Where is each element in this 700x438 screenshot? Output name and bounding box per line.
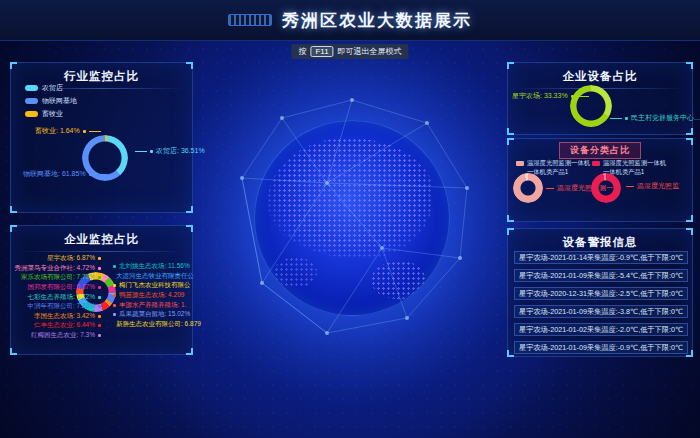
- pie-label: 星宇农场: 6.87%: [13, 254, 101, 264]
- alarm-item: 星宇农场-2021-01-09采集温度:-0.9℃,低于下限:0℃: [514, 341, 688, 354]
- alarm-item: 星宇农场-2021-01-02采集温度:-2.0℃,低于下限:0℃: [514, 323, 688, 336]
- pie-label: 新塍生态农业有限公司: 6.879: [113, 320, 193, 330]
- panel-device-alarms: 设备警报信息 星宇农场-2021-01-14采集温度:-0.9℃,低于下限:0℃…: [507, 228, 693, 357]
- alarm-item: 星宇农场-2020-12-31采集温度:-2.5℃,低于下限:0℃: [514, 287, 688, 300]
- tip-prefix: 按: [298, 46, 306, 57]
- legend-item[interactable]: 农贸店: [25, 83, 77, 93]
- panel-device-classify-ratio: 设备分类占比 温湿度光照监测一体机 一体机类产品1 温湿度光照监测一 温湿度光照…: [507, 138, 693, 222]
- classify-chart-group: 温湿度光照监测一体机 一体机类产品1 温湿度光照监: [586, 139, 679, 223]
- panel-title: 企业设备占比: [508, 63, 692, 84]
- pie-label: 家乐农场有限公司: 7.72%: [13, 273, 101, 283]
- pie-label: 红梅园生态农业: 7.3%: [13, 331, 101, 341]
- chart-callout: 民主村党群服务中心...: [610, 113, 700, 123]
- legend-item[interactable]: 温湿度光照监测一体机: [592, 159, 666, 168]
- fullscreen-tip: 按 F11 即可退出全屏模式: [291, 44, 408, 59]
- pie-label: 丰源水产养殖养殖场: 1.: [113, 300, 193, 310]
- chart-callout: 温湿度光照监: [626, 181, 679, 191]
- legend-swatch: [25, 111, 38, 117]
- alarm-item: 星宇农场-2021-01-14采集温度:-0.9℃,低于下限:0℃: [514, 251, 688, 264]
- alarm-item: 星宇农场-2021-01-09采集温度:-5.4℃,低于下限:0℃: [514, 269, 688, 282]
- divider: [19, 251, 184, 252]
- chart-callout: 畜牧业: 1.64%: [35, 126, 101, 136]
- legend-item[interactable]: 温湿度光照监测一体机: [516, 159, 590, 168]
- chart-callout: 农贸店: 36.51%: [135, 146, 205, 156]
- header: 秀洲区农业大数据展示: [0, 0, 700, 41]
- classify-donut-left[interactable]: [513, 173, 543, 203]
- legend-item[interactable]: 物联网基地: [25, 96, 77, 106]
- industry-legend: 农贸店 物联网基地 畜牧业: [25, 83, 77, 119]
- legend-label: 畜牧业: [42, 109, 63, 119]
- alarm-item: 星宇农场-2021-01-09采集温度:-3.8℃,低于下限:0℃: [514, 305, 688, 318]
- pie-label: 仁丰生态农业: 6.44%: [13, 321, 101, 331]
- pie-label: 大运河生态牧业有限责任公: [113, 272, 193, 282]
- dashboard: 秀洲区农业大数据展示 按 F11 即可退出全屏模式 行业监控占比 农贸店 物联网…: [0, 0, 700, 438]
- page-title: 秀洲区农业大数据展示: [282, 9, 472, 32]
- panel-title: 设备警报信息: [508, 229, 692, 250]
- pie-label: 七彩生态养殖场: 1.72%: [13, 292, 101, 302]
- panel-enterprise-device-ratio: 企业设备占比 星宇农场: 33.33% 民主村党群服务中心...: [507, 62, 693, 135]
- f11-key: F11: [310, 46, 333, 57]
- globe-mesh: [222, 88, 482, 348]
- panel-industry-ratio: 行业监控占比 农贸店 物联网基地 畜牧业 畜牧业: 1.64%: [10, 62, 193, 213]
- pie-label: 李国生态农场: 3.42%: [13, 312, 101, 322]
- panel-title: 企业监控占比: [11, 226, 192, 247]
- legend-swatch: [25, 85, 38, 91]
- pie-label: 梅门飞杰农业科技有限公: [113, 281, 193, 291]
- pie-label: 国邦发有限公司: 6.87%: [13, 283, 101, 293]
- pie-label: 瓜果蔬菜自留地: 15.02%: [113, 310, 193, 320]
- tip-suffix: 即可退出全屏模式: [338, 46, 402, 57]
- legend-label: 农贸店: [42, 83, 63, 93]
- panel-title: 行业监控占比: [11, 63, 192, 84]
- pie-label: 鸭苗源生态农场: 4.209: [113, 291, 193, 301]
- pie-label: 中润年有限公司: 7.29%: [13, 302, 101, 312]
- legend-swatch: [25, 98, 38, 104]
- logo-badge: [228, 14, 272, 26]
- legend-label: 物联网基地: [42, 96, 77, 106]
- legend-item[interactable]: 畜牧业: [25, 109, 77, 119]
- chart-callout: 星宇农场: 33.33%: [512, 91, 589, 101]
- chart-callout: 物联网基地: 61.85%: [23, 169, 107, 179]
- pie-labels-left: 星宇农场: 6.87% 秀洲菜鸟专业合作社: 4.72% 家乐农场有限公司: 7…: [13, 254, 101, 340]
- pie-label: 秀洲菜鸟专业合作社: 4.72%: [13, 264, 101, 274]
- pie-label: 北刘姚生态农场: 11.56%: [113, 262, 193, 272]
- pie-labels-right: 北刘姚生态农场: 11.56% 大运河生态牧业有限责任公 梅门飞杰农业科技有限公…: [113, 262, 193, 329]
- classify-donut-right[interactable]: [591, 173, 621, 203]
- panel-enterprise-monitor-ratio: 企业监控占比 星宇农场: 6.87% 秀洲菜鸟专业合作社: 4.72% 家乐农场…: [10, 225, 193, 355]
- alarm-list: 星宇农场-2021-01-14采集温度:-0.9℃,低于下限:0℃ 星宇农场-2…: [514, 251, 688, 354]
